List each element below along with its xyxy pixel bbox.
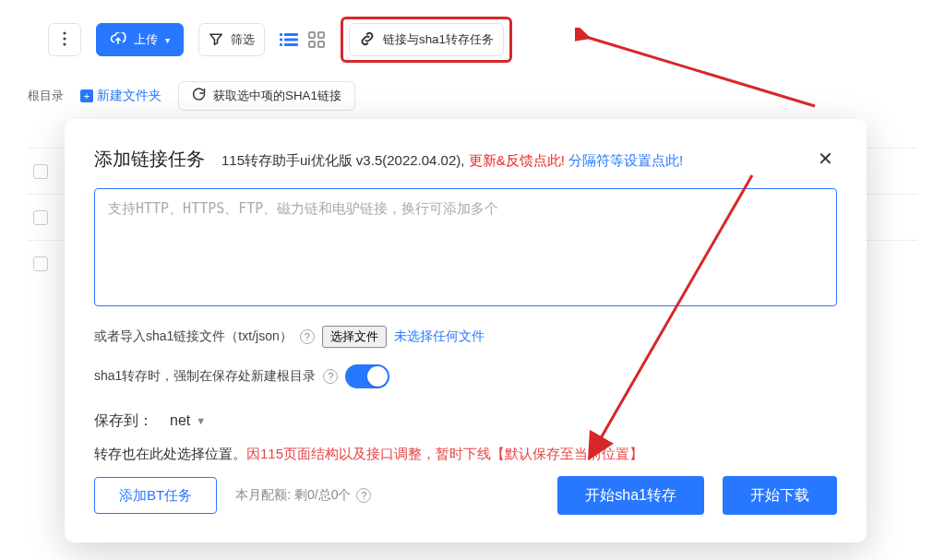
force-root-label: sha1转存时，强制在保存处新建根目录 bbox=[94, 368, 316, 385]
dialog-title: 添加链接任务 bbox=[94, 147, 205, 172]
file-status: 未选择任何文件 bbox=[394, 328, 484, 345]
warning-row: 转存也在此处选择位置。因115页面结构以及接口调整，暂时下线【默认保存至当前位置… bbox=[94, 446, 837, 463]
start-sha1-transfer-button[interactable]: 开始sha1转存 bbox=[557, 476, 704, 515]
help-icon[interactable]: ? bbox=[300, 329, 315, 344]
start-download-button[interactable]: 开始下载 bbox=[723, 476, 837, 515]
dialog-footer: 添加BT任务 本月配额: 剩0/总0个 ? 开始sha1转存 开始下载 bbox=[94, 476, 837, 515]
modal-overlay: 添加链接任务 115转存助手ui优化版 v3.5(2022.04.02), 更新… bbox=[0, 0, 945, 560]
add-link-task-dialog: 添加链接任务 115转存助手ui优化版 v3.5(2022.04.02), 更新… bbox=[65, 119, 867, 542]
quota-text: 本月配额: 剩0/总0个 bbox=[235, 487, 351, 504]
import-sha1-label: 或者导入sha1链接文件（txt/json） bbox=[94, 328, 293, 345]
choose-file-button[interactable]: 选择文件 bbox=[322, 326, 387, 348]
toggle-knob bbox=[367, 366, 388, 387]
chevron-down-icon: ▼ bbox=[196, 415, 206, 426]
save-to-select[interactable]: net ▼ bbox=[164, 409, 211, 433]
quota-label: 本月配额: 剩0/总0个 ? bbox=[235, 487, 371, 504]
add-bt-task-button[interactable]: 添加BT任务 bbox=[94, 477, 217, 514]
update-feedback-link[interactable]: 更新&反馈点此! bbox=[469, 152, 568, 168]
subtitle-prefix: 115转存助手ui优化版 v3.5(2022.04.02), bbox=[221, 152, 469, 168]
force-root-row: sha1转存时，强制在保存处新建根目录 ? bbox=[94, 364, 837, 388]
warning-prefix: 转存也在此处选择位置。 bbox=[94, 446, 246, 461]
force-root-toggle[interactable] bbox=[345, 364, 389, 388]
save-to-value: net bbox=[170, 412, 190, 429]
help-icon[interactable]: ? bbox=[356, 488, 371, 503]
separator-settings-link[interactable]: 分隔符等设置点此! bbox=[568, 152, 683, 168]
help-icon[interactable]: ? bbox=[323, 369, 338, 384]
dialog-subtitle: 115转存助手ui优化版 v3.5(2022.04.02), 更新&反馈点此! … bbox=[221, 152, 797, 170]
links-textarea[interactable] bbox=[94, 188, 837, 306]
close-icon[interactable]: ✕ bbox=[814, 148, 837, 170]
save-to-row: 保存到： net ▼ bbox=[94, 409, 837, 433]
save-to-label: 保存到： bbox=[94, 411, 153, 431]
warning-red: 因115页面结构以及接口调整，暂时下线【默认保存至当前位置】 bbox=[246, 446, 643, 461]
import-row: 或者导入sha1链接文件（txt/json） ? 选择文件 未选择任何文件 bbox=[94, 326, 837, 348]
